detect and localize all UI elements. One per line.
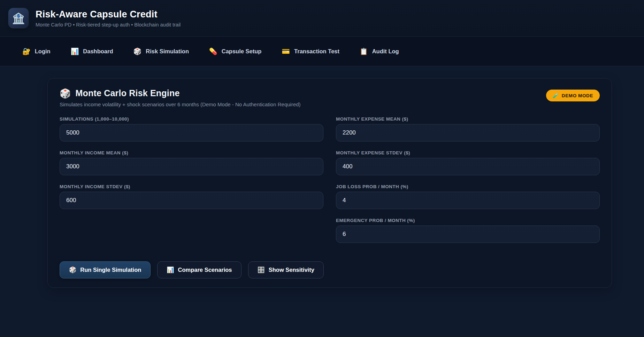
main-content: 🎲 Monte Carlo Risk Engine Simulates inco… — [0, 66, 644, 288]
field-job-loss-prob: JOB LOSS PROB / MONTH (%) — [336, 184, 600, 209]
nav-item-login[interactable]: 🔐 Login — [22, 48, 51, 55]
panel-header: 🎲 Monte Carlo Risk Engine Simulates inco… — [60, 88, 600, 107]
monthly-income-mean-label: MONTHLY INCOME MEAN ($) — [60, 150, 323, 155]
panel-subtitle: Simulates income volatility + shock scen… — [60, 101, 301, 107]
field-monthly-expense-mean: MONTHLY EXPENSE MEAN ($) — [336, 116, 600, 141]
action-button-row: 🎲 Run Single Simulation 📊 Compare Scenar… — [60, 261, 600, 278]
panel-title-block: 🎲 Monte Carlo Risk Engine Simulates inco… — [60, 88, 301, 107]
dice-icon: 🎲 — [69, 267, 76, 273]
nav-label-dashboard: Dashboard — [83, 48, 113, 55]
monthly-expense-mean-input[interactable] — [336, 124, 600, 141]
demo-mode-badge: 🧪 DEMO MODE — [546, 90, 600, 101]
monte-carlo-risk-engine-panel: 🎲 Monte Carlo Risk Engine Simulates inco… — [47, 78, 612, 288]
panel-title-row: 🎲 Monte Carlo Risk Engine — [60, 88, 301, 98]
simulations-input[interactable] — [60, 124, 323, 141]
main-nav: 🔐 Login 📊 Dashboard 🎲 Risk Simulation 💊 … — [0, 37, 644, 66]
monthly-expense-mean-label: MONTHLY EXPENSE MEAN ($) — [336, 116, 600, 122]
bar-chart-icon: 📊 — [167, 267, 174, 273]
job-loss-prob-label: JOB LOSS PROB / MONTH (%) — [336, 184, 600, 189]
nav-item-transaction-test[interactable]: 💳 Transaction Test — [282, 48, 339, 55]
lock-icon: 🔐 — [22, 48, 31, 55]
nav-item-dashboard[interactable]: 📊 Dashboard — [71, 48, 113, 55]
field-monthly-expense-stdev: MONTHLY EXPENSE STDEV ($) — [336, 150, 600, 175]
simulations-label: SIMULATIONS (1,000–10,000) — [60, 116, 323, 122]
form-column-right: MONTHLY EXPENSE MEAN ($) MONTHLY EXPENSE… — [336, 116, 600, 252]
nav-label-transaction-test: Transaction Test — [294, 48, 339, 55]
header-text-block: Risk-Aware Capsule Credit Monte Carlo PD… — [36, 9, 181, 28]
nav-item-audit-log[interactable]: 📋 Audit Log — [360, 48, 399, 55]
nav-label-capsule-setup: Capsule Setup — [222, 48, 262, 55]
compare-scenarios-label: Compare Scenarios — [178, 267, 232, 273]
show-sensitivity-button[interactable]: 🎛️ Show Sensitivity — [248, 261, 324, 278]
monthly-income-stdev-input[interactable] — [60, 192, 323, 209]
nav-label-risk-simulation: Risk Simulation — [146, 48, 189, 55]
emergency-prob-label: EMERGENCY PROB / MONTH (%) — [336, 218, 600, 223]
compare-scenarios-button[interactable]: 📊 Compare Scenarios — [157, 261, 241, 278]
pill-icon: 💊 — [209, 48, 217, 55]
credit-card-icon: 💳 — [282, 48, 290, 55]
field-monthly-income-stdev: MONTHLY INCOME STDEV ($) — [60, 184, 323, 209]
app-header: 🏦 Risk-Aware Capsule Credit Monte Carlo … — [0, 0, 644, 37]
simulation-form: SIMULATIONS (1,000–10,000) MONTHLY INCOM… — [60, 116, 600, 252]
emergency-prob-input[interactable] — [336, 225, 600, 243]
field-emergency-prob: EMERGENCY PROB / MONTH (%) — [336, 218, 600, 243]
dice-icon: 🎲 — [133, 48, 142, 55]
nav-label-login: Login — [35, 48, 51, 55]
page-title: Monte Carlo Risk Engine — [75, 88, 179, 98]
run-single-simulation-label: Run Single Simulation — [80, 267, 141, 273]
monthly-expense-stdev-label: MONTHLY EXPENSE STDEV ($) — [336, 150, 600, 155]
field-simulations: SIMULATIONS (1,000–10,000) — [60, 116, 323, 141]
nav-item-capsule-setup[interactable]: 💊 Capsule Setup — [209, 48, 261, 55]
show-sensitivity-label: Show Sensitivity — [269, 267, 314, 273]
nav-label-audit-log: Audit Log — [372, 48, 399, 55]
bank-icon: 🏦 — [12, 12, 25, 24]
demo-mode-badge-label: DEMO MODE — [562, 93, 593, 98]
monthly-income-mean-input[interactable] — [60, 158, 323, 175]
run-single-simulation-button[interactable]: 🎲 Run Single Simulation — [60, 261, 151, 278]
control-knobs-icon: 🎛️ — [258, 267, 265, 273]
app-title: Risk-Aware Capsule Credit — [36, 9, 181, 20]
job-loss-prob-input[interactable] — [336, 192, 600, 209]
form-column-left: SIMULATIONS (1,000–10,000) MONTHLY INCOM… — [60, 116, 323, 252]
clipboard-icon: 📋 — [360, 48, 368, 55]
app-logo: 🏦 — [8, 8, 29, 28]
nav-item-risk-simulation[interactable]: 🎲 Risk Simulation — [133, 48, 189, 55]
dice-icon: 🎲 — [60, 89, 71, 98]
bar-chart-icon: 📊 — [71, 48, 79, 55]
field-monthly-income-mean: MONTHLY INCOME MEAN ($) — [60, 150, 323, 175]
monthly-income-stdev-label: MONTHLY INCOME STDEV ($) — [60, 184, 323, 189]
app-subtitle: Monte Carlo PD • Risk-tiered step-up aut… — [36, 22, 181, 28]
test-tube-icon: 🧪 — [553, 93, 559, 98]
monthly-expense-stdev-input[interactable] — [336, 158, 600, 175]
